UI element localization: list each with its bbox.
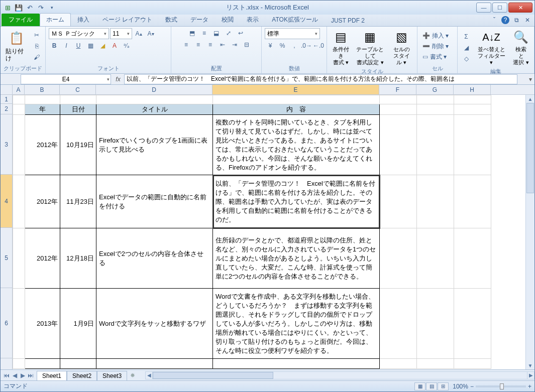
sheet-nav-next-icon[interactable]: ▶ [19,372,27,379]
tab-atok[interactable]: ATOK拡張ツール [265,13,325,26]
row-header-6[interactable]: 6 [1,288,12,358]
number-format-select[interactable]: 標準▾ [265,28,320,39]
sheet-tab-2[interactable]: Sheet2 [67,371,97,380]
increase-indent-icon[interactable]: ⇥ [229,40,240,50]
cell-date[interactable]: 1月9日 [60,289,96,359]
tab-data[interactable]: データ [184,13,215,26]
tab-home[interactable]: ホーム [40,13,71,26]
tab-justpdf[interactable]: JUST PDF 2 [325,15,371,26]
tab-page-layout[interactable]: ページ レイアウト [96,13,159,26]
border-button[interactable]: ▦ [85,41,96,51]
format-as-table-button[interactable]: ▦テーブルとして 書式設定 ▾ [353,28,387,67]
cell-content[interactable]: Wordで文書を作成中、ある文字列を移動したい場合、どうしているだろうか？ まず… [213,289,380,359]
cell-date[interactable]: 11月23日 [60,175,96,228]
comma-icon[interactable]: , [289,41,300,51]
row-header-5[interactable]: 5 [1,228,12,288]
table-header-date[interactable]: 日付 [60,104,96,115]
maximize-button[interactable]: ☐ [492,3,507,13]
col-header-E[interactable]: E [212,85,379,94]
view-page-layout-icon[interactable]: ▤ [426,382,437,390]
align-middle-icon[interactable]: ≡ [199,28,210,38]
tab-review[interactable]: 校閲 [215,13,240,26]
sheet-nav-first-icon[interactable]: ⏮ [3,372,11,379]
help-icon[interactable]: ? [501,16,509,24]
increase-decimal-icon[interactable]: .0→ [301,41,312,51]
align-right-icon[interactable]: ≡ [205,40,216,50]
col-header-G[interactable]: G [416,85,454,94]
hscroll-thumb[interactable] [153,372,273,379]
tab-formulas[interactable]: 数式 [159,13,184,26]
vscroll-thumb[interactable] [526,103,534,193]
conditional-format-button[interactable]: ▤条件付き 書式 ▾ [330,28,351,67]
window-restore-icon[interactable]: ⧉ [512,16,520,24]
format-cells-button[interactable]: ▭書式 ▾ [420,52,451,62]
copy-icon[interactable]: ⎘ [31,41,42,51]
fill-icon[interactable]: ◢ [461,43,472,53]
cell-title[interactable]: Firefoxでいくつものタブを1画面に表示して見比べる [96,115,213,175]
cut-icon[interactable]: ✂ [31,30,42,40]
workbook-close-icon[interactable]: ✕ [523,16,531,24]
select-all-corner[interactable] [1,85,13,95]
col-header-C[interactable]: C [60,85,96,94]
col-header-D[interactable]: D [96,85,212,94]
cell-title[interactable]: Excelで2つのセルの内容を合体させる [96,228,213,289]
decrease-font-icon[interactable]: A▾ [145,29,156,39]
col-header-F[interactable]: F [379,85,416,94]
zoom-slider[interactable] [476,385,526,387]
cell-date[interactable]: 12月18日 [60,228,96,289]
row-header-2[interactable]: 2 [1,104,12,114]
cell-year[interactable]: 2013年 [25,289,60,359]
cell-year[interactable]: 2012年 [25,115,60,175]
increase-font-icon[interactable]: A▴ [133,29,144,39]
new-sheet-icon[interactable]: ✸ [130,372,135,379]
minimize-ribbon-icon[interactable]: ˇ [490,16,498,24]
zoom-in-button[interactable]: + [528,383,531,390]
cell-content[interactable]: 以前、「データ管理のコツ！ Excelで範囲に名前を付ける」で、範囲に名前を付け… [213,175,380,228]
row-header-4[interactable]: 4 [1,175,12,228]
expand-formula-bar-icon[interactable]: ▾ [526,76,534,83]
italic-button[interactable]: I [61,41,72,51]
insert-cells-button[interactable]: ➕挿入 ▾ [420,31,451,41]
name-box[interactable]: E4▾ [21,74,111,84]
fill-color-button[interactable]: ◢ [97,41,108,51]
find-select-button[interactable]: 🔍検索と 選択 ▾ [511,28,531,67]
sheet-tab-3[interactable]: Sheet3 [97,371,127,380]
wrap-text-icon[interactable]: ↩ [235,28,246,38]
table-header-content[interactable]: 内 容 [213,104,380,115]
align-center-icon[interactable]: ≡ [193,40,204,50]
col-header-H[interactable]: H [454,85,491,94]
cell-year[interactable]: 2012年 [25,228,60,289]
save-icon[interactable]: 💾 [14,3,24,13]
tab-view[interactable]: 表示 [240,13,265,26]
orientation-icon[interactable]: ⤢ [223,28,234,38]
font-name-select[interactable]: ＭＳ Ｐゴシック▾ [49,28,109,39]
paste-button[interactable]: 📋 貼り付け [4,30,29,63]
autosum-icon[interactable]: Σ [461,32,472,42]
cell-date[interactable]: 10月19日 [60,115,96,175]
merge-center-icon[interactable]: ⊟ [241,40,252,50]
sheet-nav-prev-icon[interactable]: ◀ [11,372,19,379]
percent-icon[interactable]: % [277,41,288,51]
underline-button[interactable]: U [73,41,84,51]
close-button[interactable]: ✕ [508,3,532,13]
horizontal-scrollbar[interactable]: ◀ ▶ [145,371,534,379]
row-header-1[interactable]: 1 [1,95,12,104]
tab-file[interactable]: ファイル [2,14,40,26]
tab-insert[interactable]: 挿入 [71,13,96,26]
scroll-down-icon[interactable]: ▼ [526,361,534,369]
format-painter-icon[interactable]: 🖌 [31,52,42,62]
font-color-button[interactable]: A [109,41,120,51]
bold-button[interactable]: B [49,41,60,51]
align-bottom-icon[interactable]: ⬓ [211,28,222,38]
clear-icon[interactable]: ◇ [461,54,472,64]
view-normal-icon[interactable]: ▦ [414,382,425,390]
cell-title[interactable]: Wordで文字列をサッと移動するワザ [96,289,213,359]
scroll-up-icon[interactable]: ▲ [526,95,534,103]
scroll-left-icon[interactable]: ◀ [146,372,153,379]
align-top-icon[interactable]: ⬒ [187,28,198,38]
table-header-year[interactable]: 年 [25,104,60,115]
view-page-break-icon[interactable]: ⊞ [438,382,449,390]
font-size-select[interactable]: 11▾ [110,28,132,39]
phonetic-button[interactable]: ᵃ⁄ₐ [121,41,132,51]
delete-cells-button[interactable]: ➖削除 ▾ [420,42,451,51]
